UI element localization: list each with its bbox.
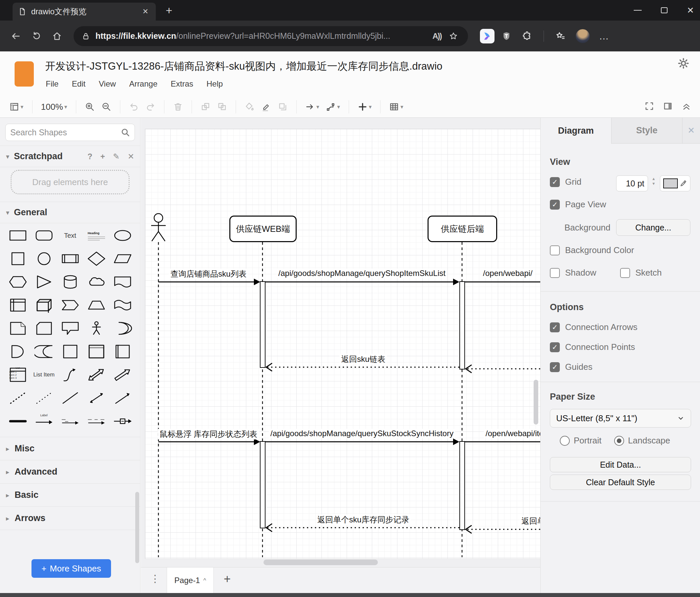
participant-web[interactable]: 供应链WEB端 (229, 216, 297, 242)
window-close-button[interactable]: ✕ (687, 5, 694, 16)
refresh-icon[interactable] (28, 27, 45, 45)
shape-or[interactable] (109, 318, 135, 339)
message-label[interactable]: /api/goods/shopManage/queryShopItemSkuLi… (277, 269, 447, 278)
add-page-button[interactable]: + (224, 572, 231, 586)
undo-button[interactable] (129, 102, 139, 112)
shape-bidirectional-connector[interactable] (83, 388, 109, 408)
bookmark-star-icon[interactable] (447, 27, 460, 45)
insert-button[interactable]: ▾ (358, 102, 372, 112)
activation-web-1[interactable] (260, 281, 266, 368)
shape-curve[interactable] (57, 364, 83, 385)
collections-icon[interactable] (552, 27, 569, 45)
grid-size-stepper[interactable]: ▴ ▾ (650, 176, 657, 186)
scratchpad-edit-icon[interactable]: ✎ (113, 152, 120, 161)
scratchpad-help-icon[interactable]: ? (88, 152, 93, 161)
message-label[interactable]: 返回单个sku库存同步记录 (520, 516, 540, 526)
zoom-out-button[interactable] (101, 102, 111, 112)
shape-square[interactable] (5, 248, 31, 269)
pages-menu-icon[interactable]: ⋮ (150, 573, 160, 584)
fullscreen-icon[interactable] (644, 101, 654, 113)
menu-file[interactable]: File (46, 79, 59, 89)
shape-list[interactable]: List Item 1 Item 2 Item 3 (5, 364, 31, 385)
menu-edit[interactable]: Edit (72, 79, 85, 89)
tab-close-icon[interactable]: ✕ (141, 7, 150, 16)
shape-arrow-source-target[interactable] (57, 411, 83, 431)
section-general[interactable]: ▾ General (0, 202, 140, 223)
grid-size-input[interactable] (616, 175, 648, 191)
to-front-button[interactable] (201, 102, 210, 112)
spin-down-icon[interactable]: ▾ (650, 181, 657, 186)
scratchpad-close-icon[interactable]: ✕ (128, 152, 134, 161)
shape-actor[interactable] (83, 318, 109, 339)
shape-callout[interactable] (57, 318, 83, 339)
grid-checkbox[interactable]: ✓ (550, 177, 560, 187)
delete-button[interactable] (173, 102, 183, 112)
section-advanced[interactable]: ▸ Advanced (0, 460, 140, 483)
sidebar-scrollbar[interactable] (135, 492, 139, 563)
section-arrows[interactable]: ▸ Arrows (0, 507, 140, 530)
zoom-level-button[interactable]: 100% ▾ (41, 102, 67, 112)
vertical-scrollbar[interactable] (534, 380, 538, 425)
shape-note[interactable] (5, 318, 31, 339)
background-change-button[interactable]: Change... (616, 219, 691, 236)
window-maximize-button[interactable] (661, 7, 668, 13)
browser-menu-icon[interactable]: … (599, 30, 609, 42)
page-view-checkbox[interactable]: ✓ (550, 200, 560, 210)
shape-rounded-rectangle[interactable] (31, 225, 57, 246)
message-label[interactable]: 查询店铺商品sku列表 (169, 269, 248, 279)
shape-process[interactable] (57, 248, 83, 269)
zoom-in-button[interactable] (85, 102, 95, 112)
shape-textbox[interactable]: Heading (83, 225, 109, 246)
section-basic[interactable]: ▸ Basic (0, 483, 140, 506)
shape-tape[interactable] (109, 295, 135, 315)
diagram-canvas[interactable]: 供应链WEB端 供应链后端 查询店铺商品sku列表 /api/goods/sho… (141, 118, 540, 567)
connection-button[interactable]: ▾ (305, 102, 320, 112)
clear-default-style-button[interactable]: Clear Default Style (550, 475, 691, 490)
table-button[interactable]: ▾ (389, 102, 403, 112)
message-label[interactable]: /api/goods/shopManage/querySkuStockSyncH… (269, 429, 455, 438)
format-panel-toggle-icon[interactable] (663, 101, 673, 113)
browser-tab[interactable]: drawio文件预览 ✕ (12, 3, 156, 21)
guides-checkbox[interactable]: ✓ (550, 362, 560, 372)
window-minimize-button[interactable] (634, 10, 642, 10)
extension-bird-icon[interactable] (480, 29, 495, 44)
shape-dotted-line[interactable] (31, 388, 57, 408)
shape-bidirectional-arrow[interactable] (83, 364, 109, 385)
portrait-radio[interactable] (560, 436, 570, 446)
shape-internal-storage[interactable] (5, 295, 31, 315)
section-misc[interactable]: ▸ Misc (0, 437, 140, 460)
paper-size-select[interactable]: US-Letter (8,5" x 11") (550, 409, 691, 428)
shape-search[interactable] (5, 124, 135, 141)
shape-arrow-source-label-target[interactable] (83, 411, 109, 431)
activation-web-2[interactable] (260, 441, 266, 528)
edit-data-button[interactable]: Edit Data... (550, 457, 691, 472)
waypoints-button[interactable]: ▾ (326, 102, 340, 112)
back-icon[interactable] (7, 27, 25, 45)
scratchpad-add-icon[interactable]: + (100, 152, 105, 161)
read-aloud-icon[interactable]: A)) (432, 31, 442, 41)
menu-arrange[interactable]: Arrange (129, 79, 157, 89)
shape-trapezoid[interactable] (83, 295, 109, 315)
message-label[interactable]: /open/webapi/ (481, 269, 534, 278)
line-color-button[interactable] (261, 102, 271, 112)
profile-avatar[interactable] (576, 29, 590, 43)
shape-directional-connector[interactable] (109, 388, 135, 408)
extensions-puzzle-icon[interactable] (518, 27, 535, 45)
shape-step[interactable] (57, 295, 83, 315)
redo-button[interactable] (146, 102, 155, 112)
shape-data-storage[interactable] (31, 341, 57, 362)
scratchpad-header[interactable]: ▾ Scratchpad ? + ✎ ✕ (0, 146, 140, 167)
to-back-button[interactable] (217, 102, 227, 112)
shape-cylinder[interactable] (57, 272, 83, 292)
shape-triangle[interactable] (31, 272, 57, 292)
message-label[interactable]: 返回sku链表 (340, 354, 387, 364)
menu-help[interactable]: Help (206, 79, 223, 89)
sequence-diagram[interactable] (141, 118, 540, 567)
shape-and[interactable] (5, 341, 31, 362)
message-label[interactable]: 鼠标悬浮 库存同步状态列表 (158, 429, 259, 439)
horizontal-scrollbar[interactable] (264, 559, 378, 565)
background-color-checkbox[interactable] (550, 245, 560, 255)
activation-backend-2[interactable] (459, 441, 465, 530)
panel-close-icon[interactable]: ✕ (682, 118, 700, 144)
new-tab-button[interactable]: + (166, 4, 172, 17)
